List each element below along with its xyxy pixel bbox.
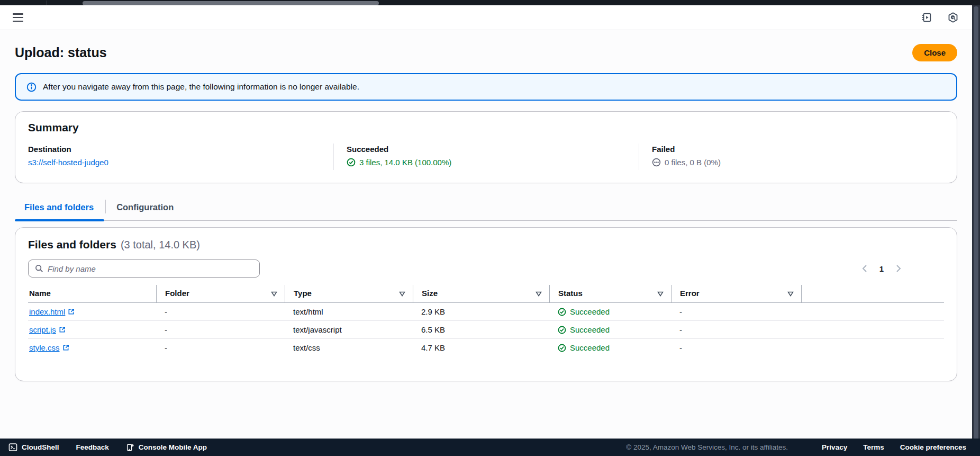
destination-link[interactable]: s3://self-hosted-judge0 xyxy=(28,158,108,167)
destination-label: Destination xyxy=(28,145,321,154)
files-panel-title: Files and folders xyxy=(28,238,116,251)
page-header: Upload: status Close xyxy=(0,30,972,72)
succeeded-value: 3 files, 14.0 KB (100.00%) xyxy=(359,158,451,167)
summary-succeeded: Succeeded 3 files, 14.0 KB (100.00%) xyxy=(333,144,639,170)
folder-cell: - xyxy=(156,321,285,338)
pagination: 1 xyxy=(859,263,944,274)
terms-link[interactable]: Terms xyxy=(863,443,884,451)
files-count: (3 total, 14.0 KB) xyxy=(121,239,200,251)
files-panel: Files and folders (3 total, 14.0 KB) xyxy=(15,227,957,381)
info-icon xyxy=(26,82,37,92)
column-header-error[interactable]: Error xyxy=(671,285,802,302)
console-footer: CloudShell Feedback Console Mobile App ©… xyxy=(0,439,980,456)
copyright-text: © 2025, Amazon Web Services, Inc. or its… xyxy=(626,443,788,451)
column-header-name[interactable]: Name xyxy=(28,285,156,302)
filter-icon[interactable] xyxy=(399,291,405,297)
folder-cell: - xyxy=(156,303,285,320)
status-cell: Succeeded xyxy=(549,339,671,356)
summary-failed: Failed 0 files, 0 B (0%) xyxy=(639,144,944,170)
success-check-circle-icon xyxy=(558,326,566,334)
alert-message: After you navigate away from this page, … xyxy=(43,82,359,92)
filter-icon[interactable] xyxy=(787,291,794,297)
type-cell: text/html xyxy=(285,303,413,320)
amazon-q-hexagon-icon[interactable] xyxy=(947,11,959,24)
hamburger-menu-icon[interactable] xyxy=(13,13,23,22)
privacy-link[interactable]: Privacy xyxy=(822,443,847,451)
console-toolbar xyxy=(0,5,972,30)
close-button[interactable]: Close xyxy=(912,44,957,61)
error-cell: - xyxy=(671,303,802,320)
error-cell: - xyxy=(671,321,802,338)
external-link-icon xyxy=(62,344,69,351)
filter-icon[interactable] xyxy=(657,291,664,297)
error-cell: - xyxy=(671,339,802,356)
tab-configuration[interactable]: Configuration xyxy=(107,197,184,220)
size-cell: 6.5 KB xyxy=(413,321,549,338)
column-header-folder[interactable]: Folder xyxy=(156,285,285,302)
succeeded-label: Succeeded xyxy=(347,145,626,154)
table-row: index.html - text/html 2.9 KB Succeeded … xyxy=(28,303,944,321)
failed-label: Failed xyxy=(652,145,931,154)
size-cell: 2.9 KB xyxy=(413,303,549,320)
info-alert: After you navigate away from this page, … xyxy=(15,73,957,101)
success-check-circle-icon xyxy=(558,344,566,352)
page-title: Upload: status xyxy=(15,45,107,60)
file-link[interactable]: style.css xyxy=(29,343,69,352)
scrollbar-thumb[interactable] xyxy=(974,6,978,441)
console-mobile-app-button[interactable]: Console Mobile App xyxy=(126,443,207,452)
vertical-scrollbar[interactable] xyxy=(972,5,980,448)
folder-cell: - xyxy=(156,339,285,356)
tab-files-and-folders[interactable]: Files and folders xyxy=(15,197,104,220)
summary-panel: Summary Destination s3://self-hosted-jud… xyxy=(15,111,957,183)
summary-destination: Destination s3://self-hosted-judge0 xyxy=(28,144,333,170)
file-link[interactable]: index.html xyxy=(29,307,75,316)
file-link[interactable]: script.js xyxy=(29,325,66,334)
column-header-type[interactable]: Type xyxy=(285,285,413,302)
type-cell: text/javascript xyxy=(285,321,413,338)
mobile-app-icon xyxy=(126,443,134,452)
type-cell: text/css xyxy=(285,339,413,356)
status-cell: Succeeded xyxy=(549,303,671,320)
search-icon xyxy=(35,264,43,273)
feedback-button[interactable]: Feedback xyxy=(76,443,109,451)
tab-divider xyxy=(105,200,106,213)
browser-strip-divider xyxy=(47,1,47,5)
cookie-preferences-link[interactable]: Cookie preferences xyxy=(900,443,966,451)
browser-top-strip xyxy=(0,0,980,5)
pending-ellipsis-circle-icon xyxy=(652,158,661,167)
filter-icon[interactable] xyxy=(271,291,277,297)
side-panel-notebook-icon[interactable] xyxy=(920,11,933,24)
main-content: Upload: status Close After you navigate … xyxy=(0,30,972,381)
browser-tab-pill xyxy=(83,1,379,5)
files-table: Name Folder Type Size Status Error xyxy=(28,285,944,356)
failed-value: 0 files, 0 B (0%) xyxy=(665,158,721,167)
cloudshell-terminal-icon xyxy=(8,443,17,452)
cloudshell-button[interactable]: CloudShell xyxy=(8,443,59,452)
table-row: style.css - text/css 4.7 KB Succeeded - xyxy=(28,339,944,356)
external-link-icon xyxy=(68,308,75,315)
summary-title: Summary xyxy=(28,121,944,134)
search-input[interactable] xyxy=(48,264,253,273)
success-check-circle-icon xyxy=(347,158,356,167)
column-header-status[interactable]: Status xyxy=(549,285,671,302)
size-cell: 4.7 KB xyxy=(413,339,549,356)
status-cell: Succeeded xyxy=(549,321,671,338)
chevron-left-icon[interactable] xyxy=(859,263,870,274)
page-number[interactable]: 1 xyxy=(877,264,886,273)
chevron-right-icon[interactable] xyxy=(893,263,904,274)
column-header-size[interactable]: Size xyxy=(413,285,549,302)
table-header: Name Folder Type Size Status Error xyxy=(28,285,944,303)
external-link-icon xyxy=(59,326,66,333)
tab-bar: Files and folders Configuration xyxy=(15,197,957,221)
table-row: script.js - text/javascript 6.5 KB Succe… xyxy=(28,321,944,339)
success-check-circle-icon xyxy=(558,308,566,316)
filter-icon[interactable] xyxy=(536,291,542,297)
search-box[interactable] xyxy=(28,260,260,278)
